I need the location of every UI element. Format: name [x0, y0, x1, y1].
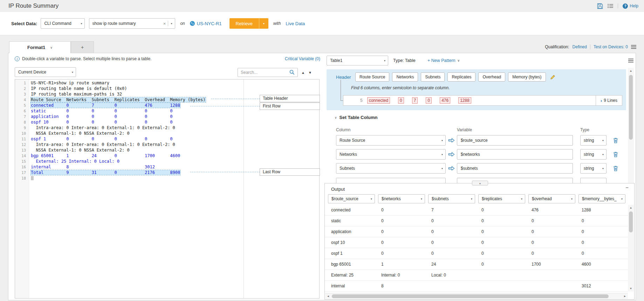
- code-line[interactable]: 11ospf 1 0 0 0 0 0: [15, 136, 244, 142]
- scroll-up-icon[interactable]: ▲: [628, 68, 634, 74]
- output-vertical-scrollbar[interactable]: ▲ ▼: [628, 205, 634, 292]
- code-line[interactable]: 14bgp 65001 1 24 0 1700 4600: [15, 153, 244, 159]
- chevron-down-icon[interactable]: ▾: [171, 22, 172, 25]
- header-label[interactable]: Header: [336, 75, 351, 80]
- code-line[interactable]: 16internal 8 3012: [15, 164, 244, 170]
- table-header-annotation[interactable]: Table Header: [260, 95, 320, 102]
- header-column-button[interactable]: Subnets: [421, 72, 445, 82]
- test-on-devices-link[interactable]: Test on Devices: 0: [594, 44, 628, 49]
- variable-input[interactable]: $route_source: [457, 135, 573, 146]
- search-next-icon[interactable]: ▼: [308, 71, 312, 75]
- search-input[interactable]: [238, 68, 298, 77]
- output-column-select[interactable]: $memory__bytes_▾: [578, 194, 625, 203]
- scroll-up-icon[interactable]: ▲: [628, 205, 634, 211]
- sample-value[interactable]: 0: [398, 97, 404, 104]
- first-row-annotation[interactable]: First Row: [260, 103, 320, 110]
- tab-format1[interactable]: Format1 ∨: [9, 41, 71, 53]
- search-icon[interactable]: [289, 70, 295, 76]
- selected-line-highlight[interactable]: connected 0 7 0 476 1288: [31, 103, 180, 108]
- delete-column-icon[interactable]: [613, 138, 618, 143]
- output-column-select[interactable]: $replicates▾: [478, 194, 525, 203]
- live-data-link[interactable]: Live Data: [286, 21, 305, 26]
- output-column-select[interactable]: $route_source▾: [328, 194, 375, 203]
- lines-expander[interactable]: › 9 Lines: [596, 96, 622, 105]
- header-column-button[interactable]: Networks: [392, 72, 418, 82]
- table-select[interactable]: Table1 ▾: [327, 56, 388, 65]
- output-column-select[interactable]: $subnets▾: [428, 194, 475, 203]
- code-line[interactable]: 2IP routing table name is default (0x0): [15, 86, 244, 91]
- code-line[interactable]: 15 External: 25 Internal: 0 Local: 0: [15, 159, 244, 164]
- qualification-link[interactable]: Defined: [573, 44, 587, 49]
- code-line[interactable]: 7application 0 0 0 0 0: [15, 114, 244, 119]
- type-select[interactable]: string▾: [580, 149, 607, 160]
- collapse-output-button[interactable]: ▲: [472, 181, 488, 186]
- critical-variable-link[interactable]: Critical Variable (0): [285, 56, 320, 61]
- command-combobox[interactable]: show ip route summary × ▾: [89, 18, 175, 29]
- set-table-column-toggle[interactable]: ∨ Set Table Column: [335, 115, 377, 120]
- chevron-down-icon[interactable]: ∨: [50, 46, 53, 49]
- scrollbar-thumb[interactable]: [629, 75, 633, 140]
- save-icon[interactable]: [597, 3, 603, 9]
- output-horizontal-scrollbar[interactable]: ◄ ►: [325, 293, 628, 299]
- new-pattern-link[interactable]: + New Pattern ∨: [427, 58, 460, 63]
- header-column-button[interactable]: Replicates: [447, 72, 475, 82]
- header-column-button[interactable]: Route Source: [355, 72, 389, 82]
- add-format-tab[interactable]: +: [71, 41, 94, 53]
- retrieve-split-button[interactable]: Retrieve ▾: [229, 18, 268, 29]
- output-column-select[interactable]: $networks▾: [378, 194, 425, 203]
- line-number: 3: [15, 91, 29, 97]
- clear-command-icon[interactable]: ×: [163, 21, 166, 26]
- code-line[interactable]: 1US-NYC-R1>show ip route summary: [15, 80, 244, 86]
- scroll-left-icon[interactable]: ◄: [325, 293, 331, 299]
- hamburger-menu-icon[interactable]: [631, 45, 636, 49]
- code-line[interactable]: 18: [15, 175, 244, 181]
- pattern-scrollbar[interactable]: ▲: [628, 68, 634, 183]
- code-line[interactable]: 13 NSSA External-1: 0 NSSA External-2: 0: [15, 147, 244, 153]
- code-line[interactable]: 3IP routing table maximum-paths is 32: [15, 91, 244, 97]
- type-select[interactable]: string▾: [580, 135, 607, 146]
- sample-value[interactable]: 7: [412, 97, 418, 104]
- pattern-menu-icon[interactable]: [628, 58, 633, 63]
- last-row-annotation[interactable]: Last Row: [260, 168, 320, 176]
- cli-output-editor[interactable]: 1US-NYC-R1>show ip route summary2IP rout…: [15, 79, 320, 299]
- code-line[interactable]: 17Total 9 31 0 2176 8900: [15, 170, 244, 175]
- scroll-down-icon[interactable]: ▼: [628, 286, 634, 292]
- data-source-select[interactable]: CLI Command ▾: [41, 18, 85, 29]
- retrieve-button[interactable]: Retrieve: [229, 18, 259, 29]
- scrollbar-thumb[interactable]: [332, 294, 609, 298]
- code-line[interactable]: 8ospf 10 0 0 0 0 0: [15, 119, 244, 125]
- device-scope-select[interactable]: Current Device ▾: [15, 67, 76, 77]
- code-line[interactable]: 10 NSSA External-1: 0 NSSA External-2: 0: [15, 131, 244, 136]
- retrieve-dropdown-icon[interactable]: ▾: [259, 18, 268, 29]
- column-select[interactable]: Subnets▾: [336, 163, 446, 174]
- sample-value[interactable]: 0: [426, 97, 432, 104]
- header-column-button[interactable]: Memory (bytes): [508, 72, 546, 82]
- search-prev-icon[interactable]: ▲: [301, 71, 305, 75]
- device-link[interactable]: US-NYC-R1: [190, 21, 222, 26]
- column-select[interactable]: Route Source▾: [336, 135, 446, 146]
- code-line[interactable]: 4Route Source Networks Subnets Replicate…: [15, 97, 244, 103]
- selected-line-highlight[interactable]: Total 9 31 0 2176 8900: [31, 170, 180, 175]
- edit-pencil-icon[interactable]: [550, 75, 555, 80]
- column-select[interactable]: Networks▾: [336, 149, 446, 160]
- sample-value[interactable]: connected: [367, 97, 390, 104]
- code-line[interactable]: 6static 0 0 0 0 0: [15, 108, 244, 114]
- output-column-select[interactable]: $overhead▾: [528, 194, 575, 203]
- help-button[interactable]: ? Help: [623, 4, 638, 9]
- log-list-icon[interactable]: [608, 4, 613, 8]
- scroll-right-icon[interactable]: ►: [622, 293, 628, 299]
- delete-column-icon[interactable]: [613, 166, 618, 171]
- variable-input[interactable]: $networks: [457, 149, 573, 160]
- minimize-output-icon[interactable]: −: [625, 184, 629, 190]
- header-column-button[interactable]: Overhead: [478, 72, 505, 82]
- code-line[interactable]: 12 Intra-area: 0 Inter-area: 0 External-…: [15, 142, 244, 147]
- sample-value[interactable]: 1288: [458, 97, 471, 104]
- variable-input[interactable]: $subnets: [457, 163, 573, 174]
- delete-column-icon[interactable]: [613, 152, 618, 157]
- sample-value[interactable]: 476: [440, 97, 450, 104]
- selected-line-highlight[interactable]: Route Source Networks Subnets Replicates…: [31, 97, 206, 102]
- code-line[interactable]: 5connected 0 7 0 476 1288: [15, 103, 244, 108]
- type-select[interactable]: string▾: [580, 163, 607, 174]
- code-line[interactable]: 9 Intra-area: 0 Inter-area: 0 External-1…: [15, 125, 244, 131]
- scrollbar-thumb[interactable]: [629, 211, 633, 232]
